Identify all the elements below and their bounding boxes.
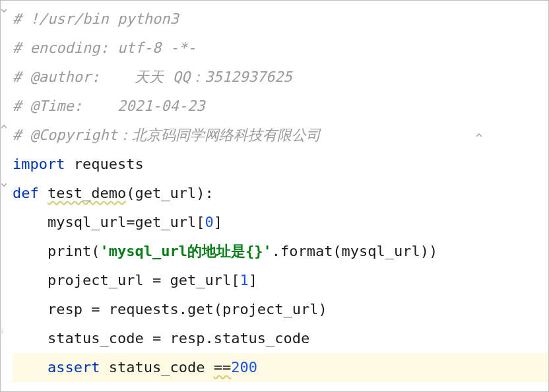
code-line[interactable]: # !/usr/bin python3 xyxy=(13,5,548,34)
indent xyxy=(13,266,48,295)
fold-end-icon[interactable] xyxy=(1,123,10,130)
gutter-change-marker[interactable]: △ xyxy=(0,324,7,335)
comment-text: # @Copyright： xyxy=(13,121,132,150)
code-line[interactable]: resp = requests.get(project_url) xyxy=(13,295,548,324)
builtin-call: print xyxy=(48,237,91,266)
code-line[interactable]: status_code = resp.status_code xyxy=(13,324,548,353)
keyword: import xyxy=(13,150,65,179)
keyword: assert xyxy=(48,353,100,382)
code-line[interactable]: import requests xyxy=(13,150,548,179)
function-name: test_demo xyxy=(48,179,126,208)
code-text: ] xyxy=(249,266,257,295)
comment-text: # @author: xyxy=(13,63,135,92)
number-literal: 1 xyxy=(240,266,248,295)
indent xyxy=(13,208,48,237)
code-text: .format(mysql_url)) xyxy=(272,237,438,266)
code-text: (get_url): xyxy=(126,179,213,208)
fold-def-icon[interactable] xyxy=(1,181,10,188)
code-text: mysql_url=get_url[ xyxy=(48,208,205,237)
keyword: def xyxy=(13,179,39,208)
comment-text: # encoding: utf-8 -*- xyxy=(13,34,196,63)
code-line[interactable]: mysql_url=get_url[0] xyxy=(13,208,548,237)
code-text: ( xyxy=(91,237,100,266)
code-line[interactable]: # @Copyright：北京码同学网络科技有限公司 xyxy=(13,121,548,150)
comment-text: 天天 QQ：3512937625 xyxy=(135,63,292,92)
string-literal: 'mysql_url的地址是{}' xyxy=(100,237,271,266)
code-text: status_code xyxy=(109,353,214,382)
operator: == xyxy=(214,353,232,382)
code-line[interactable]: print('mysql_url的地址是{}'.format(mysql_url… xyxy=(13,237,548,266)
module-name: requests xyxy=(74,150,144,179)
code-area[interactable]: # !/usr/bin python3 # encoding: utf-8 -*… xyxy=(1,1,548,382)
code-text xyxy=(100,353,108,382)
indent xyxy=(13,353,48,382)
code-text: status_code = resp.status_code xyxy=(48,324,309,353)
code-line[interactable]: # @author: 天天 QQ：3512937625 xyxy=(13,63,548,92)
fold-top-icon[interactable] xyxy=(1,7,10,14)
code-text: resp = requests.get(project_url) xyxy=(48,295,327,324)
indent xyxy=(13,324,48,353)
code-line[interactable]: # encoding: utf-8 -*- xyxy=(13,34,548,63)
comment-text: # !/usr/bin python3 xyxy=(13,5,179,34)
code-editor[interactable]: △ # !/usr/bin python3 # encoding: utf-8 … xyxy=(0,0,549,392)
code-text: ] xyxy=(214,208,222,237)
comment-text: 北京码同学网络科技有限公司 xyxy=(132,121,321,150)
number-literal: 200 xyxy=(231,353,257,382)
indent xyxy=(13,237,48,266)
number-literal: 0 xyxy=(205,208,213,237)
code-line[interactable]: # @Time: 2021-04-23 xyxy=(13,92,548,121)
code-text xyxy=(39,179,48,208)
code-line[interactable]: project_url = get_url[1] xyxy=(13,266,548,295)
code-text: project_url = get_url[ xyxy=(48,266,240,295)
indent xyxy=(13,295,48,324)
comment-text: # @Time: 2021-04-23 xyxy=(13,92,205,121)
code-line[interactable]: def test_demo(get_url): xyxy=(13,179,548,208)
code-text xyxy=(65,150,73,179)
code-line[interactable]: assert status_code ==200 xyxy=(13,353,548,382)
